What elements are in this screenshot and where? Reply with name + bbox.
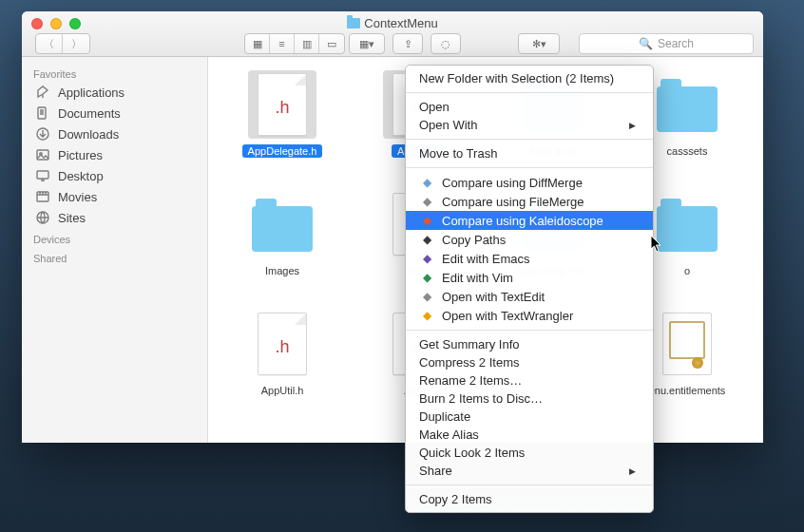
menu-item[interactable]: ◆Compare using FileMerge — [406, 192, 653, 211]
coverflow-view-button[interactable]: ▭ — [319, 34, 344, 53]
diffmerge-icon: ◆ — [419, 175, 434, 190]
tags-toolbar-button[interactable]: ◌ — [431, 33, 461, 54]
menu-item-label: Rename 2 Items… — [419, 373, 522, 388]
sidebar-item-label: Applications — [58, 86, 124, 100]
file-item[interactable]: .hAppDelegate.h — [218, 66, 347, 180]
menu-separator — [406, 92, 653, 93]
sidebar-item-label: Documents — [58, 106, 121, 121]
menu-item-label: Compare using FileMerge — [442, 195, 584, 209]
file-thumbnail — [653, 310, 721, 378]
sidebar-item-sites[interactable]: Sites — [22, 207, 207, 228]
file-ext-label: .h — [258, 98, 306, 118]
menu-item[interactable]: Get Summary Info — [406, 335, 653, 353]
file-label: Images — [259, 264, 305, 277]
desktop-icon — [35, 168, 50, 183]
column-view-button[interactable]: ▥ — [295, 34, 319, 53]
grid-icon: ▦ — [253, 38, 262, 50]
file-thumbnail: .h — [248, 70, 316, 139]
columns-icon: ▥ — [302, 38, 312, 50]
apps-icon — [35, 85, 50, 100]
menu-item[interactable]: Make Alias — [406, 426, 653, 444]
emacs-icon: ◆ — [419, 251, 434, 266]
menu-item[interactable]: ◆Compare using Kaleidoscope — [406, 211, 653, 230]
svg-rect-4 — [37, 171, 48, 179]
menu-item-label: Open with TextWrangler — [442, 309, 573, 323]
svg-rect-2 — [37, 150, 48, 160]
textedit-icon: ◆ — [419, 289, 434, 304]
copypaths-icon: ◆ — [419, 232, 434, 247]
nav-segment: 〈 〉 — [35, 33, 90, 54]
sidebar-item-desktop[interactable]: Desktop — [22, 165, 207, 186]
file-label: o — [679, 264, 696, 277]
menu-item[interactable]: Burn 2 Items to Disc… — [406, 390, 653, 408]
menu-item-label: Move to Trash — [419, 146, 497, 161]
sidebar-section-header: Shared — [22, 247, 207, 266]
menu-item[interactable]: New Folder with Selection (2 Items) — [406, 69, 653, 87]
forward-button[interactable]: 〉 — [63, 34, 89, 53]
menu-item[interactable]: ◆Open with TextEdit — [406, 287, 653, 306]
share-toolbar-button[interactable]: ⇪ — [392, 33, 423, 54]
file-ext-label: .h — [258, 337, 306, 357]
sidebar-item-label: Pictures — [58, 148, 103, 162]
menu-item[interactable]: Rename 2 Items… — [406, 371, 653, 390]
cursor-icon — [650, 236, 663, 253]
menu-item[interactable]: Quick Look 2 Items — [406, 444, 653, 462]
menu-item-label: Share — [419, 464, 452, 478]
file-item[interactable]: .hAppUtil.h — [218, 306, 347, 420]
list-view-button[interactable]: ≡ — [270, 34, 295, 53]
menu-item[interactable]: ◆Edit with Vim — [406, 268, 653, 287]
folder-icon — [252, 206, 313, 252]
menu-item[interactable]: ◆Open with TextWrangler — [406, 306, 653, 325]
file-thumbnail: .h — [248, 310, 316, 378]
window-title: ContextMenu — [22, 16, 763, 30]
file-item[interactable]: Images — [218, 186, 347, 300]
search-placeholder: Search — [658, 37, 694, 50]
menu-item[interactable]: Duplicate — [406, 408, 653, 426]
file-label: enu.entitlements — [643, 384, 732, 397]
menu-item[interactable]: Move to Trash — [406, 144, 653, 162]
menu-item[interactable]: Copy 2 Items — [406, 490, 653, 508]
menu-item[interactable]: Share — [406, 462, 653, 480]
titlebar: ContextMenu 〈 〉 ▦ ≡ ▥ ▭ ▦▾ ⇪ ◌ ✻▾ 🔍 Sear… — [22, 11, 763, 57]
movies-icon — [35, 189, 50, 204]
sidebar-item-documents[interactable]: Documents — [22, 103, 207, 124]
menu-separator — [406, 484, 653, 485]
menu-item-label: Copy Paths — [442, 233, 506, 247]
menu-item[interactable]: Open — [406, 98, 653, 116]
sidebar-item-movies[interactable]: Movies — [22, 186, 207, 207]
arrange-segment[interactable]: ▦▾ — [349, 33, 385, 54]
back-button[interactable]: 〈 — [36, 34, 63, 53]
folder-icon — [657, 86, 718, 132]
gear-icon: ✻▾ — [532, 38, 546, 50]
entitlements-icon — [662, 313, 712, 375]
action-toolbar-button[interactable]: ✻▾ — [518, 33, 560, 54]
context-menu: New Folder with Selection (2 Items)OpenO… — [405, 65, 654, 513]
arrange-icon: ▦▾ — [359, 38, 374, 50]
sidebar-item-pictures[interactable]: Pictures — [22, 144, 207, 165]
share-icon: ⇪ — [404, 38, 412, 50]
sidebar-item-applications[interactable]: Applications — [22, 82, 207, 103]
menu-item-label: Open With — [419, 118, 477, 132]
sidebar-item-label: Movies — [58, 190, 97, 204]
folder-icon — [347, 18, 360, 28]
window-title-text: ContextMenu — [364, 16, 437, 30]
menu-item-label: Get Summary Info — [419, 337, 519, 352]
menu-item-label: Open — [419, 100, 450, 114]
menu-separator — [406, 167, 653, 168]
menu-item[interactable]: Compress 2 Items — [406, 353, 653, 371]
sites-icon — [35, 210, 50, 225]
sidebar-item-downloads[interactable]: Downloads — [22, 124, 207, 144]
menu-item-label: Edit with Vim — [442, 271, 513, 285]
kaleidoscope-icon: ◆ — [419, 213, 434, 228]
menu-item[interactable]: ◆Copy Paths — [406, 230, 653, 249]
menu-item[interactable]: Open With — [406, 116, 653, 134]
menu-item-label: Edit with Emacs — [442, 252, 529, 266]
file-label: casssets — [661, 144, 714, 158]
menu-item[interactable]: ◆Edit with Emacs — [406, 249, 653, 268]
icon-view-button[interactable]: ▦ — [245, 34, 270, 53]
file-thumbnail — [248, 190, 316, 258]
chevron-left-icon: 〈 — [44, 37, 54, 51]
search-field[interactable]: 🔍 Search — [579, 33, 754, 54]
list-icon: ≡ — [278, 38, 284, 49]
menu-item[interactable]: ◆Compare using DiffMerge — [406, 173, 653, 192]
